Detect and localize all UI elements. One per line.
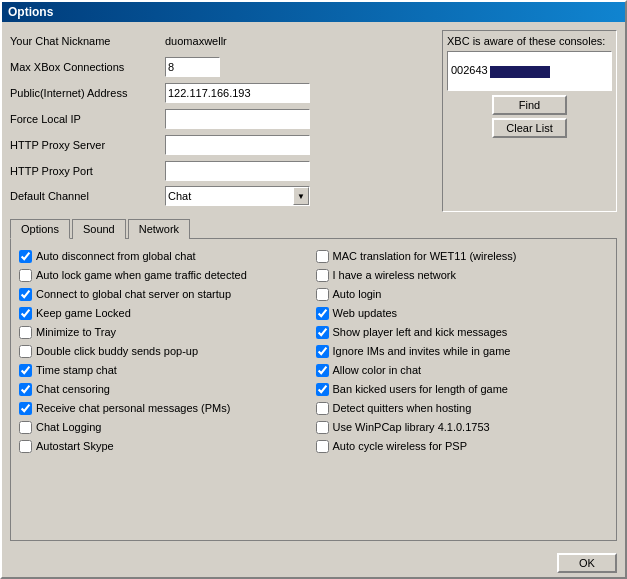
checkbox-row: Auto lock game when game traffic detecte…: [19, 266, 312, 284]
checkbox-4-left[interactable]: [19, 326, 32, 339]
title-bar: Options: [2, 2, 625, 22]
public-ip-label: Public(Internet) Address: [10, 87, 165, 99]
console-panel: XBC is aware of these consoles: 002643 F…: [442, 30, 617, 212]
console-label: XBC is aware of these consoles:: [447, 35, 605, 47]
checkbox-row: Minimize to Tray: [19, 323, 312, 341]
checkbox-3-left[interactable]: [19, 307, 32, 320]
options-panel: Auto disconnect from global chatMAC tran…: [10, 238, 617, 541]
checkbox-row: Chat censoring: [19, 380, 312, 398]
checkbox-7-right[interactable]: [316, 383, 329, 396]
max-xbox-input[interactable]: [165, 57, 220, 77]
checkbox-label-8-left: Receive chat personal messages (PMs): [36, 402, 230, 414]
title-bar-text: Options: [8, 5, 53, 19]
checkbox-row-right: Detect quitters when hosting: [316, 399, 609, 417]
force-local-input[interactable]: [165, 109, 310, 129]
checkbox-7-left[interactable]: [19, 383, 32, 396]
checkbox-8-left[interactable]: [19, 402, 32, 415]
checkbox-row-right: Auto cycle wireless for PSP: [316, 437, 609, 455]
checkbox-label-6-left: Time stamp chat: [36, 364, 117, 376]
checkbox-row: Autostart Skype: [19, 437, 312, 455]
checkbox-label-6-right: Allow color in chat: [333, 364, 422, 376]
checkbox-row: Time stamp chat: [19, 361, 312, 379]
checkbox-label-7-right: Ban kicked users for length of game: [333, 383, 508, 395]
checkbox-3-right[interactable]: [316, 307, 329, 320]
checkbox-row: Connect to global chat server on startup: [19, 285, 312, 303]
checkbox-label-10-right: Auto cycle wireless for PSP: [333, 440, 468, 452]
checkbox-label-2-left: Connect to global chat server on startup: [36, 288, 231, 300]
checkbox-10-right[interactable]: [316, 440, 329, 453]
checkbox-row: Keep game Locked: [19, 304, 312, 322]
checkbox-row: Receive chat personal messages (PMs): [19, 399, 312, 417]
checkbox-2-left[interactable]: [19, 288, 32, 301]
checkbox-6-right[interactable]: [316, 364, 329, 377]
checkbox-row: Auto disconnect from global chat: [19, 247, 312, 265]
checkbox-0-right[interactable]: [316, 250, 329, 263]
checkbox-label-5-left: Double click buddy sends pop-up: [36, 345, 198, 357]
checkbox-4-right[interactable]: [316, 326, 329, 339]
checkbox-9-right[interactable]: [316, 421, 329, 434]
ok-button[interactable]: OK: [557, 553, 617, 573]
checkbox-row-right: Allow color in chat: [316, 361, 609, 379]
checkbox-row-right: Auto login: [316, 285, 609, 303]
default-channel-label: Default Channel: [10, 190, 165, 202]
checkbox-label-2-right: Auto login: [333, 288, 382, 300]
checkbox-label-10-left: Autostart Skype: [36, 440, 114, 452]
checkbox-5-left[interactable]: [19, 345, 32, 358]
console-list: 002643: [447, 51, 612, 91]
options-window: Options Your Chat Nickname duomaxwellr M…: [0, 0, 627, 579]
console-value: 002643: [451, 64, 550, 77]
http-proxy-server-label: HTTP Proxy Server: [10, 139, 165, 151]
checkbox-label-5-right: Ignore IMs and invites while in game: [333, 345, 511, 357]
checkbox-6-left[interactable]: [19, 364, 32, 377]
tab-options[interactable]: Options: [10, 219, 70, 239]
http-proxy-port-input[interactable]: [165, 161, 310, 181]
nickname-value: duomaxwellr: [165, 35, 227, 47]
tab-network[interactable]: Network: [128, 219, 190, 239]
tab-bar: Options Sound Network: [10, 218, 617, 238]
checkbox-label-4-right: Show player left and kick messages: [333, 326, 508, 338]
checkbox-label-9-right: Use WinPCap library 4.1.0.1753: [333, 421, 490, 433]
checkbox-row: Chat Logging: [19, 418, 312, 436]
http-proxy-port-label: HTTP Proxy Port: [10, 165, 165, 177]
checkbox-row-right: Use WinPCap library 4.1.0.1753: [316, 418, 609, 436]
checkbox-9-left[interactable]: [19, 421, 32, 434]
checkbox-10-left[interactable]: [19, 440, 32, 453]
default-channel-select[interactable]: Chat: [165, 186, 310, 206]
checkbox-label-9-left: Chat Logging: [36, 421, 101, 433]
checkbox-row-right: I have a wireless network: [316, 266, 609, 284]
tab-sound[interactable]: Sound: [72, 219, 126, 239]
checkbox-label-8-right: Detect quitters when hosting: [333, 402, 472, 414]
checkbox-label-3-left: Keep game Locked: [36, 307, 131, 319]
checkbox-label-1-right: I have a wireless network: [333, 269, 457, 281]
max-xbox-label: Max XBox Connections: [10, 61, 165, 73]
checkbox-2-right[interactable]: [316, 288, 329, 301]
public-ip-input[interactable]: [165, 83, 310, 103]
checkbox-row-right: Web updates: [316, 304, 609, 322]
checkbox-0-left[interactable]: [19, 250, 32, 263]
checkbox-row-right: Show player left and kick messages: [316, 323, 609, 341]
find-button[interactable]: Find: [492, 95, 567, 115]
checkbox-row: Double click buddy sends pop-up: [19, 342, 312, 360]
checkbox-label-4-left: Minimize to Tray: [36, 326, 116, 338]
checkbox-row-right: Ban kicked users for length of game: [316, 380, 609, 398]
checkbox-5-right[interactable]: [316, 345, 329, 358]
checkbox-8-right[interactable]: [316, 402, 329, 415]
checkbox-label-1-left: Auto lock game when game traffic detecte…: [36, 269, 247, 281]
checkbox-label-0-left: Auto disconnect from global chat: [36, 250, 196, 262]
checkbox-label-3-right: Web updates: [333, 307, 398, 319]
clear-list-button[interactable]: Clear List: [492, 118, 567, 138]
nickname-label: Your Chat Nickname: [10, 35, 165, 47]
checkbox-label-7-left: Chat censoring: [36, 383, 110, 395]
checkbox-label-0-right: MAC translation for WET11 (wireless): [333, 250, 517, 262]
checkbox-row-right: Ignore IMs and invites while in game: [316, 342, 609, 360]
checkbox-1-right[interactable]: [316, 269, 329, 282]
force-local-label: Force Local IP: [10, 113, 165, 125]
checkbox-row-right: MAC translation for WET11 (wireless): [316, 247, 609, 265]
checkbox-1-left[interactable]: [19, 269, 32, 282]
http-proxy-server-input[interactable]: [165, 135, 310, 155]
